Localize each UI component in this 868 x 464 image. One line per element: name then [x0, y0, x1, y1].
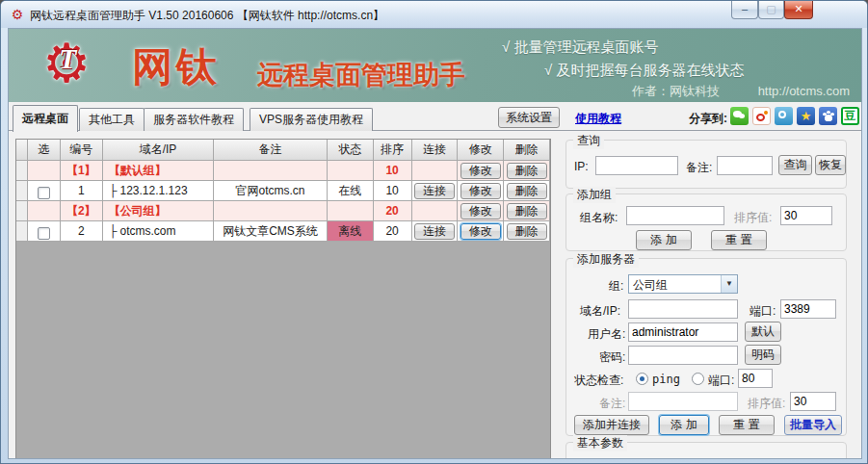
main-area: 选 编号 域名/IP 备注 状态 排序 连接 修改 删除 【1】 【默认组】	[9, 132, 861, 459]
server-user-input[interactable]	[628, 322, 738, 342]
port-check-label: 端口:	[708, 373, 734, 389]
row-checkbox[interactable]	[38, 227, 50, 240]
modify-button[interactable]: 修改	[460, 163, 501, 179]
usage-tutorial-link[interactable]: 使用教程	[575, 111, 621, 127]
connect-button[interactable]: 连接	[414, 223, 455, 240]
col-header-note: 备注	[214, 140, 328, 161]
server-order-input[interactable]	[790, 392, 836, 411]
order-cell: 10	[374, 161, 412, 181]
server-user-label: 用户名:	[588, 326, 625, 343]
tab-other-tools[interactable]: 其他工具	[79, 108, 145, 131]
query-note-input[interactable]	[717, 156, 773, 175]
minimize-button[interactable]: –	[731, 1, 758, 19]
sina-weibo-share-icon[interactable]	[752, 107, 771, 125]
query-search-button[interactable]: 查询	[778, 155, 812, 175]
row-header-stub	[16, 221, 28, 242]
group-reset-button[interactable]: 重 置	[711, 230, 767, 250]
ping-radio[interactable]	[636, 373, 648, 385]
add-server-title: 添加服务器	[573, 251, 639, 268]
close-button[interactable]: ✕	[784, 1, 813, 19]
modify-button[interactable]: 修改	[460, 183, 501, 199]
maximize-button[interactable]: ▢	[758, 1, 784, 19]
delete-button[interactable]: 删除	[507, 223, 547, 240]
qzone-share-icon[interactable]: ★	[797, 107, 815, 125]
select-cell	[28, 221, 61, 242]
app-window: ⚙ 网钛远程桌面管理助手 V1.50 20160606 【网钛软件 http:/…	[0, 0, 868, 464]
delete-button[interactable]: 删除	[507, 183, 547, 199]
query-note-label: 备注:	[686, 160, 712, 176]
connect-cell	[412, 161, 459, 181]
delete-button[interactable]: 删除	[507, 163, 547, 179]
product-title: 远程桌面管理助手	[257, 58, 465, 92]
server-domain-input[interactable]	[628, 299, 738, 319]
server-domain: ├ 123.12.1.123	[103, 181, 215, 201]
server-id: 2	[61, 221, 103, 242]
server-note-input[interactable]	[628, 392, 738, 411]
port-check-input[interactable]	[738, 369, 773, 388]
query-groupbox: 查询 IP: 备注: 查询 恢复	[566, 140, 847, 189]
note-cell	[214, 161, 328, 181]
system-settings-button[interactable]: 系统设置	[498, 107, 560, 128]
server-note-label: 备注:	[599, 396, 625, 412]
server-add-button[interactable]: 添 加	[659, 415, 709, 435]
server-reset-button[interactable]: 重 置	[719, 415, 775, 435]
server-plaintext-button[interactable]: 明码	[745, 345, 781, 365]
modify-button[interactable]: 修改	[460, 203, 501, 219]
batch-import-button[interactable]: 批量导入	[784, 415, 842, 435]
row-header-stub	[16, 181, 28, 201]
tencent-weibo-share-icon[interactable]	[775, 107, 793, 125]
port-check-radio[interactable]	[692, 373, 704, 385]
feature-line-2: √ 及时把握每台服务器在线状态	[544, 62, 744, 80]
group-add-button[interactable]: 添 加	[636, 230, 692, 250]
server-port-input[interactable]	[780, 299, 836, 319]
group-name-input[interactable]	[626, 206, 724, 225]
delete-cell: 删除	[504, 181, 550, 201]
group-order-input[interactable]	[780, 206, 832, 225]
col-header-delete: 删除	[504, 140, 550, 161]
add-group-groupbox: 添加组 组名称: 排序值: 添 加 重 置	[566, 193, 847, 251]
add-server-groupbox: 添加服务器 组: 公司组 ▼ 域名/IP: 端口: 用户名: 默认 密码: 明码…	[566, 258, 847, 436]
douban-share-icon[interactable]: 豆	[841, 107, 859, 125]
feature-line-1: √ 批量管理远程桌面账号	[502, 39, 658, 57]
brand-title: 网钛	[132, 40, 221, 94]
wechat-share-icon[interactable]	[730, 107, 749, 125]
tab-vps-usage-tutorial[interactable]: VPS服务器使用教程	[250, 108, 373, 131]
query-restore-button[interactable]: 恢复	[815, 155, 846, 175]
tab-remote-desktop[interactable]: 远程桌面	[13, 105, 78, 132]
table-row-group-2: 【2】 【公司组】 20 修改 删除	[16, 201, 550, 221]
modify-button-focused[interactable]: 修改	[460, 223, 501, 240]
status-cell	[328, 201, 374, 221]
header-banner: ⚙ T 网钛 远程桌面管理助手 √ 批量管理远程桌面账号 √ 及时把握每台服务器…	[9, 29, 861, 102]
group-id: 【2】	[61, 201, 103, 221]
tab-server-software-tutorial[interactable]: 服务器软件教程	[144, 108, 244, 131]
grid-header-row: 选 编号 域名/IP 备注 状态 排序 连接 修改 删除	[16, 140, 550, 161]
modify-cell: 修改	[458, 161, 504, 181]
server-group-label: 组:	[609, 278, 623, 295]
group-name-label: 组名称:	[580, 210, 618, 226]
server-group-select[interactable]: 公司组 ▼	[628, 274, 738, 294]
col-header-id: 编号	[61, 140, 103, 161]
query-ip-label: IP:	[574, 160, 589, 173]
app-gear-icon: ⚙	[10, 7, 25, 22]
connect-button[interactable]: 连接	[414, 183, 455, 199]
baidu-share-icon[interactable]	[819, 107, 837, 125]
row-header-stub	[16, 161, 28, 181]
chevron-down-icon: ▼	[721, 275, 737, 293]
add-and-connect-button[interactable]: 添加并连接	[574, 415, 649, 435]
server-default-button[interactable]: 默认	[745, 322, 781, 342]
client-area: ⚙ T 网钛 远程桌面管理助手 √ 批量管理远程桌面账号 √ 及时把握每台服务器…	[8, 28, 862, 459]
note-cell	[214, 201, 328, 221]
row-checkbox[interactable]	[38, 187, 50, 199]
delete-cell: 删除	[504, 221, 550, 242]
server-id: 1	[61, 181, 103, 201]
modify-cell: 修改	[458, 181, 504, 201]
server-pwd-input[interactable]	[628, 346, 738, 365]
query-ip-input[interactable]	[595, 156, 678, 175]
site-url: http://otcms.com	[758, 84, 850, 98]
basic-params-groupbox: 基本参数	[566, 442, 847, 459]
table-row-server-1: 1 ├ 123.12.1.123 官网otcms.cn 在线 10 连接 修改 …	[16, 181, 550, 201]
delete-button[interactable]: 删除	[507, 203, 547, 219]
table-row-server-2: 2 ├ otcms.com 网钛文章CMS系统 离线 20 连接 修改 删除	[16, 221, 550, 242]
server-order-label: 排序值:	[748, 396, 785, 412]
banner-byline: 作者：网钛科技 http://otcms.com	[597, 83, 850, 100]
